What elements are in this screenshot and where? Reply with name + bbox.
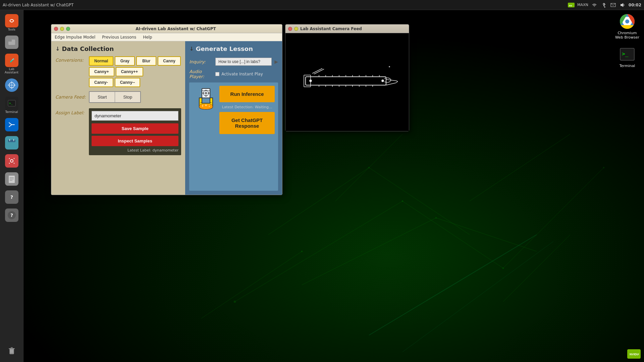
svg-point-17 [435,217,437,219]
conversions-row: Conversions: Normal Gray Blur Canny Cann… [55,56,181,87]
svg-point-41 [10,160,13,162]
svg-text:>_: >_ [622,51,629,57]
svg-point-105 [382,80,384,82]
audio-checkbox[interactable] [215,72,219,76]
mail-icon [610,2,616,8]
dock-item-calendar[interactable] [3,135,21,152]
svg-rect-67 [205,90,207,91]
maxn-label: MAXN [577,3,588,7]
menu-edge-impulse[interactable]: Edge Impulse Model [53,34,97,40]
data-collection-arrow: ↓ [55,46,60,52]
inference-layout: Run Inference Latest Detection: Waiting.… [193,86,275,134]
svg-point-71 [202,105,203,107]
camera-feed-content [285,33,409,131]
taskbar: AI-driven Lab Assistant w/ ChatGPT nv MA… [0,0,644,10]
camera-stop-btn[interactable]: Stop [115,92,140,102]
audio-row: Audio Player: Activate Instant Play [189,69,278,79]
dock-item-terminal[interactable]: >_ Terminal [3,95,21,115]
dock-terminal-label: Terminal [5,111,18,114]
dock-item-help2[interactable]: ? [3,207,21,224]
conv-btn-canny-plusplus[interactable]: Canny++ [116,67,144,76]
svg-rect-42 [9,176,15,183]
conv-btn-canny-minus[interactable]: Canny- [89,78,113,87]
dock-item-trash[interactable] [3,343,21,359]
svg-point-20 [234,301,236,303]
conv-btn-blur[interactable]: Blur [136,56,156,66]
clock: 00:02 [629,3,641,7]
conv-row-2: Canny+ Canny++ [89,67,181,76]
inference-buttons-col: Run Inference Latest Detection: Waiting.… [219,86,275,134]
svg-rect-68 [205,95,207,97]
conv-btn-canny[interactable]: Canny [158,56,181,66]
svg-point-72 [205,105,207,106]
conv-btn-gray[interactable]: Gray [115,56,135,66]
camera-buttons: Start Stop [89,91,141,103]
svg-text:nv: nv [569,4,572,7]
svg-point-18 [368,167,370,168]
app-window: AI-driven Lab Assistant w/ ChatGPT Edge … [51,24,282,195]
svg-point-73 [209,106,210,107]
run-inference-btn[interactable]: Run Inference [219,86,275,102]
svg-rect-37 [8,140,15,142]
dock-item-browser[interactable] [3,77,21,94]
right-panel: ↓ Generate Lesson Inquiry: ▶ Audio Playe… [185,41,282,195]
inspect-samples-btn[interactable]: Inspect Samples [92,136,178,146]
conv-btn-normal[interactable]: Normal [89,56,113,66]
desktop-icons: Chromium Web Browser >_ Terminal [614,13,641,68]
desktop-icon-terminal-desk[interactable]: >_ Terminal [614,46,641,68]
svg-text:NVIDIA: NVIDIA [630,353,639,356]
dock: Tools 🧪 Lab Assistant >_ Terminal [0,10,23,362]
svg-text:🧪: 🧪 [10,58,15,63]
dock-item-vscode[interactable] [3,117,21,133]
camera-close-btn[interactable] [288,27,292,31]
window-maximize-btn[interactable] [66,27,70,31]
assign-label-text: Assign Label: [55,108,89,115]
conv-row-1: Normal Gray Blur Canny [89,56,181,66]
camera-start-btn[interactable]: Start [90,92,115,102]
latest-detection-text: Latest Detection: Waiting... [219,105,275,109]
activate-instant-play-label: Activate Instant Play [221,72,263,76]
svg-point-24 [8,17,16,25]
desktop-icon-chromium[interactable]: Chromium Web Browser [614,13,641,40]
dock-item-tools[interactable]: Tools [3,13,21,33]
dock-item-lab[interactable]: 🧪 Lab Assistant [3,52,21,76]
camera-feed-svg [285,33,409,131]
window-close-btn[interactable] [54,27,58,31]
data-collection-label: Data Collection [62,45,114,52]
lab-flask-icon [193,86,219,113]
svg-rect-26 [8,40,12,42]
camera-window: Lab Assistant Camera Feed [285,24,409,131]
inference-area: Run Inference Latest Detection: Waiting.… [189,82,278,191]
conv-row-3: Canny- Canny-- [89,78,181,87]
dock-item-files[interactable] [3,34,21,51]
taskbar-right: nv MAXN 00:02 [568,2,644,8]
dock-item-settings[interactable] [3,153,21,170]
conv-btn-canny-plus[interactable]: Canny+ [89,67,114,76]
menu-help[interactable]: Help [142,34,153,40]
save-sample-btn[interactable]: Save Sample [92,123,178,134]
svg-point-106 [389,66,390,67]
dock-item-notes[interactable] [3,171,21,188]
inquiry-row: Inquiry: ▶ [189,58,278,66]
svg-point-14 [301,251,303,252]
camera-minimize-btn[interactable] [294,27,298,31]
svg-text:>_: >_ [9,102,13,105]
latest-label-text: Latest Label: dynamometer [92,148,178,153]
svg-point-66 [205,92,207,95]
conv-btn-canny-minusminus[interactable]: Canny-- [115,78,141,87]
svg-point-15 [402,200,403,202]
label-input[interactable] [92,111,178,121]
dock-item-help1[interactable]: ? [3,189,21,206]
svg-point-60 [625,19,629,23]
app-titlebar: AI-driven Lab Assistant w/ ChatGPT [51,24,282,33]
get-chatgpt-btn[interactable]: Get ChatGPT Response [219,112,275,134]
menu-previous-lessons[interactable]: Previous Lessons [101,34,138,40]
inquiry-arrow-icon[interactable]: ▶ [274,59,278,64]
svg-point-19 [603,167,604,168]
nvidia-tray-icon: nv [568,3,575,7]
taskbar-title: AI-driven Lab Assistant w/ ChatGPT [3,3,73,7]
inquiry-input[interactable] [215,58,272,66]
wifi-icon [591,2,598,8]
nvidia-bottom-logo: NVIDIA [627,349,641,359]
window-minimize-btn[interactable] [60,27,64,31]
